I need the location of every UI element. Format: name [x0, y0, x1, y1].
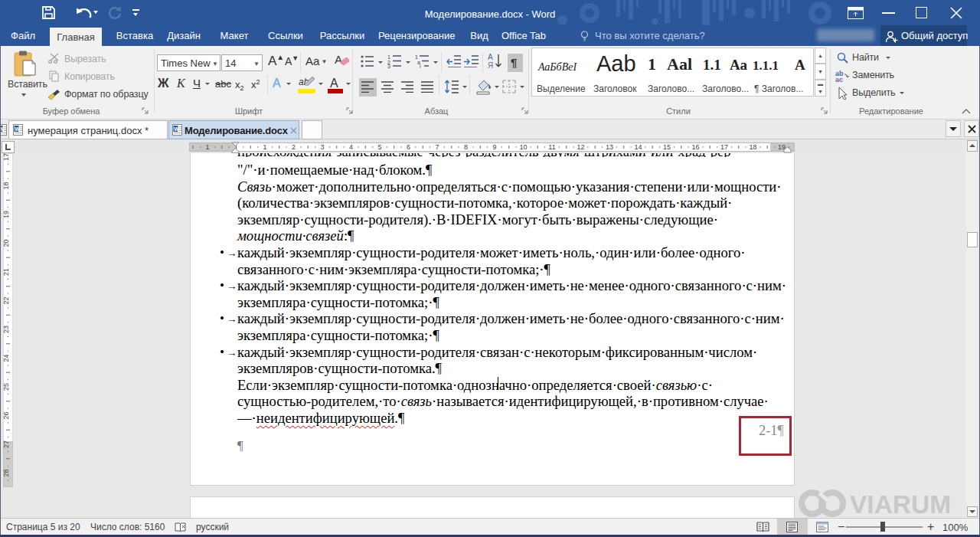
svg-text:3: 3 — [320, 143, 324, 151]
svg-text:12: 12 — [577, 143, 584, 151]
svg-text:Я: Я — [488, 61, 493, 70]
svg-text:5: 5 — [377, 143, 381, 151]
svg-text:W: W — [174, 126, 179, 132]
svg-text:2: 2 — [292, 143, 296, 151]
svg-text:VIARUM: VIARUM — [850, 490, 951, 519]
svg-text:22: 22 — [3, 296, 10, 304]
svg-text:23: 23 — [3, 326, 10, 333]
svg-text:1: 1 — [263, 143, 266, 151]
svg-text:13: 13 — [606, 143, 613, 151]
svg-text:24: 24 — [3, 354, 10, 362]
svg-text:9: 9 — [492, 143, 496, 151]
svg-text:1: 1 — [205, 143, 209, 151]
svg-text:17: 17 — [3, 153, 10, 161]
svg-text:8: 8 — [464, 143, 468, 151]
svg-text:28: 28 — [3, 469, 10, 476]
svg-text:25: 25 — [3, 383, 10, 391]
svg-text:ac: ac — [835, 76, 843, 82]
svg-text:10: 10 — [519, 143, 527, 151]
svg-text:26: 26 — [3, 411, 10, 419]
svg-text:27: 27 — [3, 440, 10, 448]
svg-text:4: 4 — [349, 143, 353, 151]
svg-text:6: 6 — [407, 143, 410, 151]
svg-text:20: 20 — [3, 239, 10, 247]
svg-text:W: W — [15, 126, 20, 132]
svg-text:17: 17 — [720, 143, 728, 151]
svg-text:18: 18 — [3, 182, 10, 189]
svg-text:14: 14 — [634, 143, 642, 151]
svg-text:3: 3 — [387, 64, 390, 68]
svg-text:7: 7 — [435, 143, 439, 151]
svg-text:i: i — [420, 64, 421, 68]
svg-text:16: 16 — [691, 143, 699, 151]
svg-text:А: А — [488, 53, 493, 61]
svg-text:11: 11 — [548, 143, 555, 151]
svg-text:21: 21 — [3, 268, 10, 276]
svg-text:18: 18 — [749, 143, 756, 151]
svg-text:15: 15 — [663, 143, 671, 151]
svg-text:A: A — [335, 53, 342, 66]
svg-text:19: 19 — [3, 211, 10, 218]
